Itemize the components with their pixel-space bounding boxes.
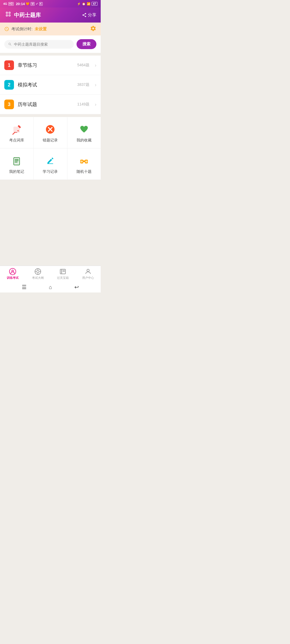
status-right: ⚡ ⏰ 📶 47 [77,2,97,6]
notes-icon [11,155,23,167]
menu-label-mock: 模拟考试 [18,82,74,88]
grid-label-notes: 我的笔记 [9,169,24,174]
android-home-button[interactable]: ⌂ [49,284,52,290]
gear-icon [90,25,96,32]
chevron-icon-1: › [95,63,96,68]
menu-num-1: 1 [4,60,14,70]
target-icon [34,268,41,275]
search-icon [8,42,12,46]
nav-label-treasure: 过关宝箱 [57,276,69,280]
grid-row-2: 我的笔记 学习记录 随机十题 [0,148,101,180]
share-icon [82,13,87,17]
svg-point-17 [85,160,87,163]
feature-grid: 考点词库 错题记录 我的收藏 [0,117,101,180]
home-active-icon [9,268,16,275]
grid-cell-random[interactable]: 随机十题 [67,148,101,180]
search-button[interactable]: 搜索 [77,39,96,49]
countdown-banner: 考试倒计时: 未设置 [0,23,101,35]
search-section: 搜索 [0,35,101,53]
menu-num-3: 3 [4,100,14,109]
menu-list: 1 章节练习 5464题 › 2 模拟考试 3837题 › 3 历年试题 114… [0,56,101,114]
search-input-wrap [4,40,74,49]
wifi-icon: 📶 [87,2,90,6]
menu-label-chapter: 章节练习 [18,62,74,68]
grid-label-favorites: 我的收藏 [77,138,92,143]
grid-label-vocabulary: 考点词库 [9,138,24,143]
signal-icon: 4G [3,2,7,5]
m-icon: M [31,2,34,6]
k-icon: K [39,2,43,6]
svg-rect-7 [14,158,20,165]
menu-item-chapter[interactable]: 1 章节练习 5464题 › [0,56,101,75]
battery-icon: 47 [92,2,97,6]
wrong-icon [44,123,56,135]
share-label: 分享 [88,12,96,18]
grid-cell-favorites[interactable]: 我的收藏 [67,117,101,148]
grid-label-wrong: 错题记录 [43,138,58,143]
nav-item-outline[interactable]: 考试大纲 [25,266,50,281]
nav-item-treasure[interactable]: 过关宝箱 [50,266,76,281]
grid-cell-wrong[interactable]: 错题记录 [34,117,67,148]
status-bar: 4G HD 20:14 🧡 M ✓ K ⚡ ⏰ 📶 47 [0,0,101,8]
menu-count-chapter: 5464题 [77,63,89,68]
menu-label-history: 历年试题 [18,101,74,108]
heart-icon [78,123,90,135]
app-logo-icon [4,12,12,18]
search-input[interactable] [14,42,70,46]
grid-cell-vocabulary[interactable]: 考点词库 [0,117,34,148]
bluetooth-icon: ⚡ [77,2,81,6]
share-button[interactable]: 分享 [82,12,96,18]
chevron-icon-2: › [95,82,96,88]
bottom-nav: 训练考试 考试大纲 过关宝箱 用户中心 [0,266,101,282]
app-header: 中药士题库 分享 [0,8,101,23]
svg-rect-0 [13,127,20,133]
menu-count-mock: 3837题 [77,82,89,87]
menu-count-history: 1149题 [77,102,89,107]
chevron-icon-3: › [95,102,96,107]
binoculars-icon [78,155,90,167]
grid-label-study: 学习记录 [43,169,58,174]
menu-num-2: 2 [4,80,14,90]
grid-row-1: 考点词库 错题记录 我的收藏 [0,117,101,148]
user-icon [85,268,92,275]
check-icon: ✓ [36,2,38,6]
nav-label-training: 训练考试 [7,276,19,280]
countdown-value: 未设置 [35,27,47,32]
pencil-icon [11,123,23,135]
status-left: 4G HD 20:14 🧡 M ✓ K [3,2,43,6]
svg-point-33 [87,269,89,272]
menu-item-mock[interactable]: 2 模拟考试 3837题 › [0,75,101,95]
svg-rect-3 [15,132,17,133]
nav-item-user[interactable]: 用户中心 [75,266,101,281]
android-back-button[interactable]: ↩ [74,284,79,290]
nav-label-user: 用户中心 [82,276,94,280]
nav-label-outline: 考试大纲 [32,276,44,280]
header-title-group: 中药士题库 [4,12,41,19]
grid-cell-notes[interactable]: 我的笔记 [0,148,34,180]
countdown-info: 考试倒计时: 未设置 [4,27,47,32]
svg-rect-15 [83,160,85,162]
android-nav-bar: ☰ ⌂ ↩ [0,282,101,292]
menu-item-history[interactable]: 3 历年试题 1149题 › [0,95,101,114]
nav-item-training[interactable]: 训练考试 [0,266,25,281]
countdown-settings-button[interactable] [90,25,96,33]
grid-cell-study[interactable]: 学习记录 [34,148,67,180]
heart-status-icon: 🧡 [26,2,30,6]
app-title: 中药士题库 [14,12,41,19]
clock-icon [4,27,9,31]
edit-icon [44,155,56,167]
svg-point-16 [81,160,83,163]
book-icon [59,268,66,275]
empty-area [0,180,101,266]
hd-icon: HD [8,2,14,6]
alarm-icon: ⏰ [82,2,86,6]
time: 20:14 [16,2,25,6]
svg-point-21 [37,270,39,273]
android-menu-button[interactable]: ☰ [22,284,27,290]
countdown-label: 考试倒计时: [11,27,32,32]
grid-label-random: 随机十题 [77,169,92,174]
